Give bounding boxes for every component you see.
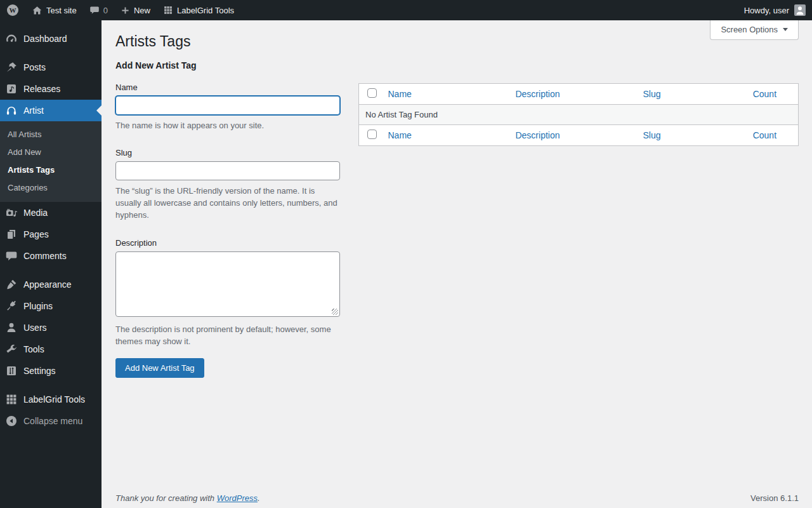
sidebar-item-label: LabelGrid Tools <box>23 394 85 404</box>
add-new-artist-tag-button[interactable]: Add New Artist Tag <box>115 358 204 378</box>
sidebar-item-settings[interactable]: Settings <box>0 360 102 382</box>
new-menu[interactable]: New <box>114 0 157 20</box>
sidebar-item-collapse-menu[interactable]: Collapse menu <box>0 410 102 432</box>
name-input[interactable] <box>115 96 340 115</box>
comments-icon <box>5 250 18 262</box>
sort-description-link[interactable]: Description <box>515 89 560 99</box>
sidebar-subitem-artists-tags[interactable]: Artists Tags <box>0 161 102 178</box>
sort-name-link[interactable]: Name <box>388 89 412 99</box>
sidebar-item-dashboard[interactable]: Dashboard <box>0 28 102 50</box>
name-field-group: Name The name is how it appears on your … <box>115 83 340 131</box>
wrench-icon <box>5 343 18 356</box>
admin-bar-right: Howdy, user <box>738 0 812 20</box>
headphones-icon <box>5 104 18 117</box>
comments-menu[interactable]: 0 <box>83 0 114 20</box>
sidebar-item-label: Settings <box>23 366 56 376</box>
sidebar-item-media[interactable]: Media <box>0 202 102 224</box>
paintbrush-icon <box>5 278 18 291</box>
avatar <box>794 4 806 16</box>
sidebar-subitem-add-new[interactable]: Add New <box>0 143 102 161</box>
site-name-menu[interactable]: Test site <box>25 0 83 20</box>
settings-sliders-icon <box>5 364 18 377</box>
sidebar-item-labelgrid-tools[interactable]: LabelGrid Tools <box>0 389 102 410</box>
slug-label: Slug <box>115 148 340 157</box>
labelgrid-tools-menu[interactable]: LabelGrid Tools <box>157 0 240 20</box>
sidebar-item-label: Plugins <box>23 301 53 311</box>
chevron-down-icon <box>783 28 788 31</box>
wordpress-link[interactable]: WordPress <box>217 493 258 503</box>
pushpin-icon <box>5 61 18 74</box>
sidebar-subitem-all-artists[interactable]: All Artists <box>0 125 102 143</box>
sidebar-item-label: Artist <box>23 105 44 116</box>
slug-input[interactable] <box>115 161 340 180</box>
svg-text:W: W <box>10 6 16 14</box>
sort-name-link-bottom[interactable]: Name <box>388 130 412 140</box>
pages-icon <box>5 228 18 241</box>
sidebar-item-label: Collapse menu <box>23 416 82 426</box>
sidebar-item-comments[interactable]: Comments <box>0 245 102 267</box>
two-column-layout: Add New Artist Tag Name The name is how … <box>115 57 799 378</box>
table-header-row: Name Description Slug Count <box>359 84 799 105</box>
description-help-text: The description is not prominent by defa… <box>115 323 340 347</box>
sidebar-item-label: Dashboard <box>23 34 67 44</box>
sidebar-subitem-categories[interactable]: Categories <box>0 178 102 196</box>
admin-bar: W Test site 0 New <box>0 0 812 20</box>
description-textarea[interactable] <box>115 251 340 317</box>
tags-table-container: Name Description Slug Count No Artist Ta… <box>358 83 799 378</box>
admin-sidebar: Dashboard Posts Releases Artist All Arti… <box>0 20 102 508</box>
sidebar-item-releases[interactable]: Releases <box>0 78 102 100</box>
slug-help-text: The “slug” is the URL-friendly version o… <box>115 185 340 221</box>
menu-separator <box>0 267 102 274</box>
sidebar-item-label: Posts <box>23 62 46 72</box>
sort-count-link[interactable]: Count <box>753 89 776 99</box>
description-label: Description <box>115 238 340 248</box>
sidebar-item-appearance[interactable]: Appearance <box>0 274 102 295</box>
album-note-icon <box>5 83 18 95</box>
description-field-group: Description The description is not promi… <box>115 238 340 347</box>
sort-count-link-bottom[interactable]: Count <box>753 130 776 140</box>
admin-bar-left: W Test site 0 New <box>0 0 240 20</box>
sort-slug-link-bottom[interactable]: Slug <box>643 130 660 140</box>
add-tag-form: Add New Artist Tag Name The name is how … <box>115 57 340 378</box>
sidebar-item-label: Media <box>23 208 48 218</box>
comment-count: 0 <box>103 6 108 15</box>
name-help-text: The name is how it appears on your site. <box>115 119 340 131</box>
sidebar-item-users[interactable]: Users <box>0 317 102 338</box>
dashboard-icon <box>5 32 18 45</box>
empty-table-row: No Artist Tag Found <box>359 105 799 125</box>
sidebar-item-plugins[interactable]: Plugins <box>0 295 102 317</box>
screen-options-label: Screen Options <box>721 25 778 34</box>
menu-separator <box>0 50 102 57</box>
sidebar-item-posts[interactable]: Posts <box>0 57 102 78</box>
home-icon <box>32 5 43 16</box>
sort-description-link-bottom[interactable]: Description <box>515 130 560 140</box>
sidebar-item-label: Comments <box>23 251 67 261</box>
empty-message: No Artist Tag Found <box>359 105 799 125</box>
sidebar-item-pages[interactable]: Pages <box>0 224 102 245</box>
select-all-checkbox-bottom[interactable] <box>367 130 377 139</box>
collapse-arrow-icon <box>5 415 18 427</box>
media-icon <box>5 206 18 219</box>
grid-icon <box>5 393 18 406</box>
footer-thanks-text: Thank you for creating with WordPress. <box>115 493 260 503</box>
table-footer-row: Name Description Slug Count <box>359 125 799 146</box>
sort-slug-link[interactable]: Slug <box>643 89 660 99</box>
sidebar-item-label: Users <box>23 323 47 333</box>
screen-options-button[interactable]: Screen Options <box>710 20 799 40</box>
menu-separator <box>0 382 102 389</box>
plus-icon <box>121 6 130 15</box>
sidebar-item-artist[interactable]: Artist <box>0 100 102 121</box>
howdy-label: Howdy, user <box>744 6 789 15</box>
main-content: Screen Options Artists Tags Add New Arti… <box>102 20 812 508</box>
sidebar-item-label: Tools <box>23 344 44 354</box>
site-name-label: Test site <box>46 6 77 15</box>
new-label: New <box>134 6 150 15</box>
wordpress-logo-menu[interactable]: W <box>0 0 25 20</box>
page-title: Artists Tags <box>115 20 799 49</box>
account-menu[interactable]: Howdy, user <box>738 0 812 20</box>
wordpress-logo-icon: W <box>6 4 19 17</box>
sidebar-item-tools[interactable]: Tools <box>0 338 102 360</box>
select-all-checkbox[interactable] <box>367 88 377 98</box>
form-heading: Add New Artist Tag <box>115 60 340 70</box>
footer-version: Version 6.1.1 <box>750 493 799 503</box>
